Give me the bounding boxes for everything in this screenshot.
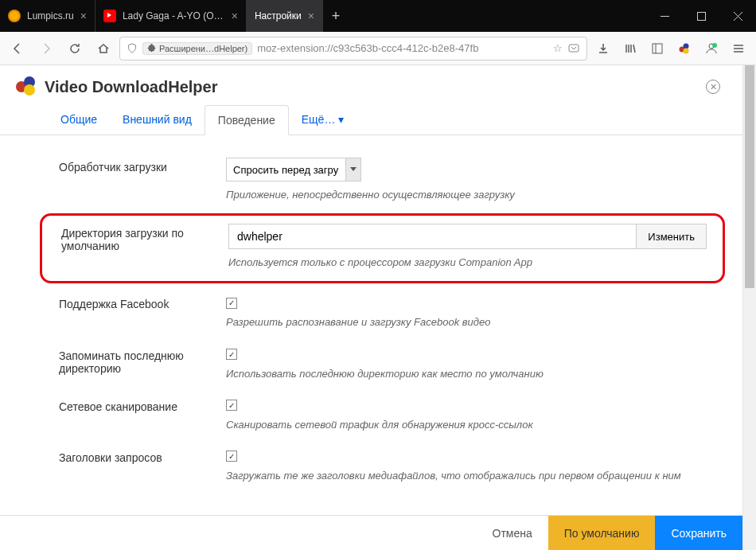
tab-settings[interactable]: Настройки × <box>247 0 323 32</box>
headers-help: Загружать те же заголовки медиафайлов, ч… <box>226 469 727 483</box>
tab-lumpics[interactable]: Lumpics.ru × <box>0 0 95 32</box>
save-button[interactable]: Сохранить <box>655 516 742 550</box>
tab-youtube[interactable]: Lady Gaga - A-YO (Official Au × <box>95 0 247 32</box>
directory-input[interactable] <box>228 224 637 249</box>
extension-badge: Расширени…dHelper) <box>142 42 252 55</box>
netscan-label: Сетевое сканирование <box>59 397 210 413</box>
tab-label: Lumpics.ru <box>27 10 74 21</box>
bookmark-star-icon[interactable]: ☆ <box>553 42 563 54</box>
tab-behavior[interactable]: Поведение <box>205 105 289 135</box>
handler-value: Спросить перед загру <box>233 164 338 176</box>
headers-checkbox[interactable]: ✓ <box>226 451 237 462</box>
row-directory: Директория загрузки по умолчанию Изменит… <box>40 213 725 283</box>
reload-button[interactable] <box>62 36 88 61</box>
close-settings-button[interactable]: ✕ <box>706 80 720 94</box>
facebook-help: Разрешить распознавание и загрузку Faceb… <box>226 315 727 330</box>
close-icon[interactable]: × <box>232 10 238 22</box>
url-text: moz-extension://c93c563b-ccc4-412c-b2e8-… <box>257 42 548 54</box>
tab-label: Настройки <box>255 10 302 21</box>
close-window-button[interactable] <box>719 0 756 32</box>
default-button[interactable]: По умолчанию <box>548 516 656 550</box>
titlebar: Lumpics.ru × Lady Gaga - A-YO (Official … <box>0 0 756 32</box>
account-icon[interactable] <box>699 36 724 61</box>
pocket-icon[interactable] <box>567 42 580 55</box>
chevron-down-icon <box>350 167 357 171</box>
footer: Отмена По умолчанию Сохранить <box>0 515 742 550</box>
downloadhelper-logo-icon <box>16 76 37 97</box>
handler-help: Приложение, непосредственно осуществляющ… <box>226 188 727 202</box>
toolbar-icons <box>590 36 751 61</box>
menu-icon[interactable] <box>726 36 751 61</box>
svg-rect-0 <box>697 12 705 20</box>
window-controls <box>646 0 756 32</box>
downloadhelper-icon[interactable] <box>672 36 697 61</box>
row-lastdir: Запоминать последнюю директорию ✓ Исполь… <box>0 338 742 389</box>
headers-label: Заголовки запросов <box>59 448 210 464</box>
lastdir-label: Запоминать последнюю директорию <box>59 346 210 375</box>
library-icon[interactable] <box>618 36 643 61</box>
tab-general[interactable]: Общие <box>48 105 110 135</box>
row-headers: Заголовки запросов ✓ Загружать те же заг… <box>0 440 742 491</box>
lastdir-checkbox[interactable]: ✓ <box>226 349 237 360</box>
change-directory-button[interactable]: Изменить <box>637 224 707 249</box>
forward-button[interactable] <box>33 36 59 61</box>
downloads-icon[interactable] <box>590 36 616 61</box>
home-button[interactable] <box>91 36 116 61</box>
close-icon[interactable]: × <box>80 10 87 22</box>
new-tab-button[interactable]: + <box>323 0 349 32</box>
lumpics-favicon-icon <box>8 10 21 22</box>
extension-badge-text: Расширени…dHelper) <box>159 44 247 53</box>
handler-select[interactable]: Спросить перед загру <box>226 158 361 181</box>
directory-help: Используется только с процессором загруз… <box>228 255 707 270</box>
tab-appearance[interactable]: Внешний вид <box>110 105 205 135</box>
tab-label: Lady Gaga - A-YO (Official Au <box>123 10 225 21</box>
url-bar[interactable]: Расширени…dHelper) moz-extension://c93c5… <box>119 37 587 60</box>
scrollbar[interactable] <box>742 65 756 550</box>
minimize-button[interactable] <box>646 0 683 32</box>
settings-body: Обработчик загрузки Спросить перед загру… <box>0 135 742 491</box>
sidebar-icon[interactable] <box>645 36 670 61</box>
scroll-thumb[interactable] <box>745 65 754 288</box>
navbar: Расширени…dHelper) moz-extension://c93c5… <box>0 32 756 65</box>
maximize-button[interactable] <box>683 0 719 32</box>
settings-tabs: Общие Внешний вид Поведение Ещё…▾ <box>0 105 742 135</box>
back-button[interactable] <box>5 36 30 61</box>
handler-label: Обработчик загрузки <box>59 158 210 174</box>
svg-point-5 <box>684 48 689 53</box>
close-icon[interactable]: × <box>308 10 314 22</box>
svg-point-7 <box>712 43 717 48</box>
page-header: Video DownloadHelper ✕ <box>0 65 742 105</box>
row-netscan: Сетевое сканирование ✓ Сканировать сетев… <box>0 389 742 440</box>
directory-label: Директория загрузки по умолчанию <box>61 224 212 252</box>
facebook-label: Поддержка Facebook <box>59 295 210 310</box>
svg-rect-1 <box>569 45 579 52</box>
puzzle-icon <box>147 44 156 53</box>
row-handler: Обработчик загрузки Спросить перед загру… <box>0 150 742 210</box>
page-title: Video DownloadHelper <box>45 78 217 96</box>
tab-more-label: Ещё… <box>302 113 336 126</box>
shield-icon <box>127 43 138 54</box>
facebook-checkbox[interactable]: ✓ <box>226 298 237 309</box>
page-content: Video DownloadHelper ✕ Общие Внешний вид… <box>0 65 742 550</box>
svg-rect-2 <box>653 44 662 53</box>
netscan-checkbox[interactable]: ✓ <box>226 400 237 411</box>
lastdir-help: Использовать последнюю директорию как ме… <box>226 367 727 381</box>
row-facebook: Поддержка Facebook ✓ Разрешить распознав… <box>0 287 742 337</box>
cancel-button[interactable]: Отмена <box>477 516 548 550</box>
tab-more[interactable]: Ещё…▾ <box>289 105 357 135</box>
netscan-help: Сканировать сетевой трафик для обнаружен… <box>226 418 727 432</box>
youtube-favicon-icon <box>103 10 116 22</box>
svg-point-4 <box>684 43 689 49</box>
browser-tabs: Lumpics.ru × Lady Gaga - A-YO (Official … <box>0 0 646 32</box>
chevron-down-icon: ▾ <box>338 113 344 126</box>
